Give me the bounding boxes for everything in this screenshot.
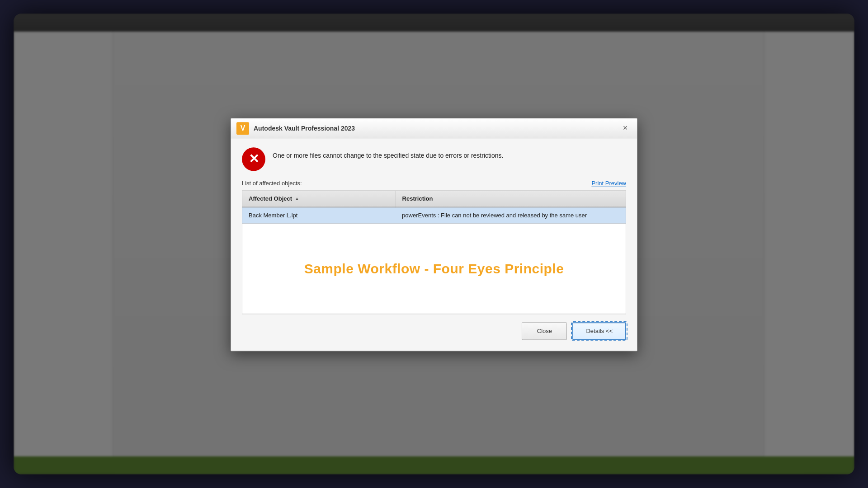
list-label: List of affected objects: [242,180,302,187]
table-row[interactable]: Back Member L.ipt powerEvents : File can… [242,207,626,224]
affected-object-cell: Back Member L.ipt [242,207,396,224]
col-affected-header[interactable]: Affected Object ▲ [242,191,396,207]
col-restriction-header[interactable]: Restriction [396,191,626,207]
screen-frame: V Autodesk Vault Professional 2023 × ✕ O… [14,14,854,474]
details-button[interactable]: Details << [572,322,626,340]
dialog-body: ✕ One or more files cannot change to the… [231,138,637,351]
error-x-icon: ✕ [249,153,259,165]
restriction-cell: powerEvents : File can not be reviewed a… [396,207,626,224]
button-row: Close Details << [242,322,626,342]
vault-icon: V [236,122,249,135]
list-header-row: List of affected objects: Print Preview [242,180,626,187]
close-button[interactable]: Close [522,322,567,340]
sort-arrow-icon: ▲ [295,196,299,201]
error-icon: ✕ [242,147,265,171]
affected-objects-table: Affected Object ▲ Restriction Back Membe… [242,190,626,224]
table-empty-area: Sample Workflow - Four Eyes Principle [242,224,626,314]
table-header-row: Affected Object ▲ Restriction [242,191,626,207]
print-preview-link[interactable]: Print Preview [591,180,626,187]
watermark-text: Sample Workflow - Four Eyes Principle [304,261,564,277]
dialog-title: Autodesk Vault Professional 2023 [254,125,619,132]
error-circle: ✕ [242,147,265,171]
close-icon[interactable]: × [619,122,632,135]
error-message: One or more files cannot change to the s… [273,147,503,160]
dialog-titlebar: V Autodesk Vault Professional 2023 × [231,118,637,138]
error-row: ✕ One or more files cannot change to the… [242,147,626,171]
dialog: V Autodesk Vault Professional 2023 × ✕ O… [231,118,637,351]
